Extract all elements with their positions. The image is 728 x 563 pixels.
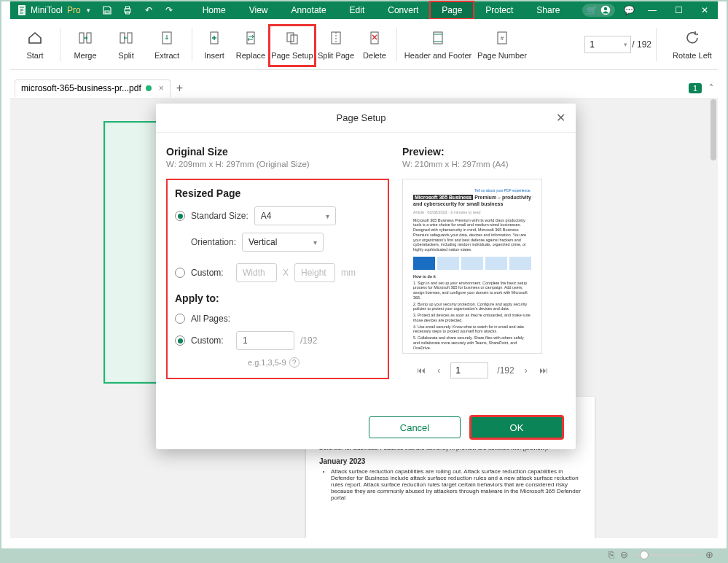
menu-home[interactable]: Home <box>191 1 238 19</box>
ribbon-replace[interactable]: Replace <box>232 26 270 63</box>
orientation-label: Orientation: <box>175 237 236 247</box>
custom-pages-input[interactable]: 1 <box>236 331 294 350</box>
home-icon <box>26 29 44 47</box>
menu-protect[interactable]: Protect <box>474 1 525 19</box>
preview-total: /192 <box>497 365 514 376</box>
zoom-in-icon[interactable]: ⊕ <box>705 549 713 560</box>
menu-annotate[interactable]: Annotate <box>280 1 338 19</box>
chat-icon[interactable]: 💬 <box>624 5 635 15</box>
ribbon-start[interactable]: Start <box>15 26 55 63</box>
ribbon-header-footer[interactable]: Header and Footer <box>402 26 474 63</box>
menu-page[interactable]: Page <box>430 1 474 19</box>
page-setup-icon <box>283 29 301 47</box>
preview-prev-button[interactable]: ‹ <box>436 365 442 376</box>
menu-share[interactable]: Share <box>525 1 571 19</box>
tab-close-button[interactable]: × <box>159 83 164 93</box>
scrollbar-thumb[interactable] <box>711 99 716 160</box>
ribbon-page-number[interactable]: #Page Number <box>474 26 530 63</box>
new-tab-button[interactable]: + <box>176 82 183 95</box>
apply-to-label: Apply to: <box>175 292 380 304</box>
mm-label: mm <box>341 268 356 278</box>
preview-next-button[interactable]: › <box>523 365 529 376</box>
menu-edit[interactable]: Edit <box>338 1 377 19</box>
ribbon-insert[interactable]: Insert <box>197 26 232 63</box>
page-number-icon: # <box>493 29 511 47</box>
menu-convert[interactable]: Convert <box>376 1 430 19</box>
custom-pages-total: /192 <box>300 335 317 346</box>
dialog-titlebar: Page Setup ✕ <box>156 104 576 133</box>
standard-size-radio[interactable] <box>175 211 185 221</box>
dialog-close-button[interactable]: ✕ <box>556 111 565 125</box>
save-icon[interactable] <box>102 5 114 15</box>
svg-rect-8 <box>79 33 84 43</box>
tab-badge: 1 <box>689 83 702 93</box>
ribbon-delete[interactable]: Delete <box>357 26 392 63</box>
help-icon[interactable]: ? <box>289 357 300 368</box>
replace-icon <box>242 29 259 47</box>
brand-menu-caret[interactable]: ▾ <box>87 7 90 14</box>
close-button[interactable]: ✕ <box>696 5 713 15</box>
standard-size-select[interactable]: A4▾ <box>254 206 336 225</box>
resized-page-group: Resized Page Standard Size: A4▾ Orientat… <box>166 179 389 379</box>
preview-page-input[interactable] <box>450 362 488 378</box>
zoom-fit-icon[interactable]: ⎘ <box>608 549 614 560</box>
redo-icon[interactable]: ↷ <box>163 5 175 15</box>
minimize-button[interactable]: — <box>643 5 661 15</box>
menu-view[interactable]: View <box>238 1 280 19</box>
ribbon-extract[interactable]: Extract <box>146 26 187 63</box>
main-menus: Home View Annotate Edit Convert Page Pro… <box>191 1 572 19</box>
insert-icon <box>206 29 223 47</box>
preview-first-button[interactable]: ⏮ <box>415 365 427 376</box>
custom-pages-hint: e.g.1,3,5-9? <box>248 357 380 368</box>
user-icon <box>600 5 611 15</box>
custom-size-label: Custom: <box>191 268 230 278</box>
preview-last-button[interactable]: ⏭ <box>538 365 549 376</box>
titlebar-right: 🛒 💬 — ☐ ✕ <box>582 4 718 17</box>
resized-page-label: Resized Page <box>175 187 380 199</box>
caret-icon: ▾ <box>326 212 329 220</box>
ribbon-merge[interactable]: Merge <box>65 26 106 63</box>
ribbon-split-page[interactable]: Split Page <box>315 26 357 63</box>
collapse-tabs-icon[interactable]: ˄ <box>709 83 713 93</box>
orientation-select[interactable]: Vertical▾ <box>242 233 324 252</box>
preview-thumbnail: Tell us about your PDF experience. Micro… <box>402 179 542 354</box>
extract-icon <box>158 29 176 47</box>
page-setup-dialog: Page Setup ✕ Original Size W: 209mm x H:… <box>156 104 576 449</box>
account-pill[interactable]: 🛒 <box>582 4 615 17</box>
svg-rect-2 <box>105 11 109 13</box>
undo-icon[interactable]: ↶ <box>143 5 154 15</box>
custom-size-radio[interactable] <box>175 268 185 278</box>
print-icon[interactable] <box>122 5 134 15</box>
custom-pages-radio[interactable] <box>175 335 185 346</box>
total-pages: / 192 <box>632 39 651 50</box>
ribbon-rotate[interactable]: Rotate Left <box>671 26 713 63</box>
custom-pages-label: Custom: <box>191 335 230 346</box>
ribbon-split[interactable]: Split <box>106 26 146 63</box>
quick-access-toolbar: ↶ ↷ <box>99 5 178 15</box>
height-input[interactable]: Height <box>294 263 335 282</box>
maximize-button[interactable]: ☐ <box>670 5 687 15</box>
cancel-button[interactable]: Cancel <box>369 416 461 438</box>
width-input[interactable]: Width <box>236 263 277 282</box>
svg-rect-11 <box>128 33 132 43</box>
ribbon-page-setup[interactable]: Page Setup <box>270 26 315 63</box>
ribbon-page-control: ▾ / 192 <box>584 36 651 53</box>
zoom-slider-thumb[interactable] <box>640 551 649 559</box>
original-size-label: Original Size <box>166 146 389 158</box>
dialog-footer: Cancel OK <box>156 410 576 449</box>
zoom-slider[interactable] <box>634 554 700 556</box>
vertical-scrollbar[interactable] <box>709 99 718 538</box>
zoom-out-icon[interactable]: ⊖ <box>620 549 628 560</box>
dialog-title: Page Setup <box>337 112 386 123</box>
split-icon <box>117 29 135 47</box>
ok-button[interactable]: OK <box>471 416 563 438</box>
preview-label: Preview: <box>402 146 563 158</box>
brand-suffix: Pro <box>67 5 81 15</box>
document-tab[interactable]: microsoft-365-business-pr...pdf × <box>15 79 171 97</box>
header-footer-icon <box>429 29 447 47</box>
delete-icon <box>366 29 383 47</box>
svg-rect-14 <box>247 32 254 44</box>
zoom-bar: ⎘ ⊖ ⊕ <box>608 549 713 560</box>
all-pages-radio[interactable] <box>175 314 185 324</box>
svg-text:P: P <box>20 8 23 12</box>
